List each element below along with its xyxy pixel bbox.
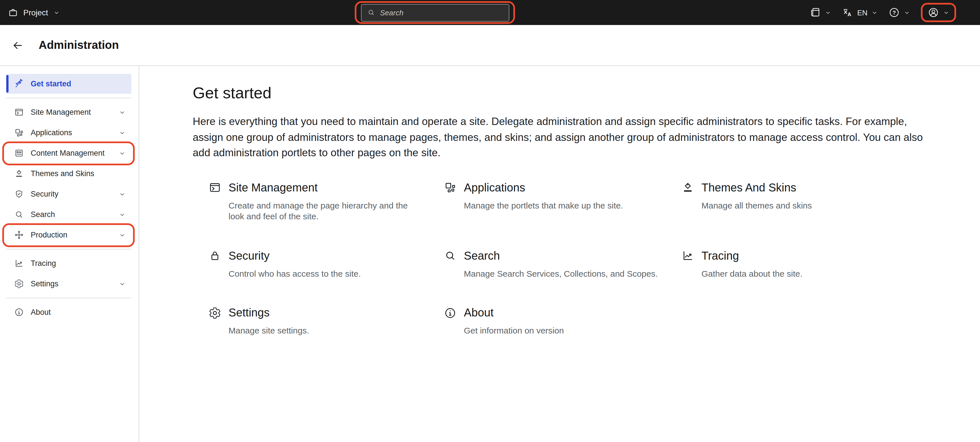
sidebar-item-label: Themes and Skins: [31, 169, 94, 178]
sidebar-item-content-management[interactable]: Content Management: [6, 143, 131, 163]
card-title: Themes And Skins: [702, 181, 796, 194]
sidebar-item-settings[interactable]: Settings: [6, 274, 131, 294]
language-menu[interactable]: EN: [842, 7, 878, 18]
chevron-down-icon: [53, 10, 59, 16]
tracing-icon: [682, 250, 694, 262]
card-header: Themes And Skins: [682, 181, 926, 194]
apps-icon: [444, 181, 457, 194]
apps-icon: [14, 128, 24, 137]
lock-icon: [208, 250, 221, 262]
search-icon: [444, 250, 457, 262]
sidebar-item-label: Content Management: [31, 149, 105, 157]
card-title: Search: [464, 249, 500, 262]
sidebar-item-security[interactable]: Security: [6, 184, 131, 204]
content-title: Get started: [193, 83, 957, 103]
sidebar-item-about[interactable]: About: [6, 302, 131, 322]
chevron-down-icon: [119, 129, 126, 136]
sidebar-divider: [6, 249, 131, 250]
sidebar-nav: Get startedSite ManagementApplicationsCo…: [0, 66, 139, 442]
sidebar-item-label: Applications: [31, 129, 72, 137]
gear-icon: [208, 307, 221, 319]
body-area: Get startedSite ManagementApplicationsCo…: [0, 66, 980, 442]
themes-icon: [682, 181, 694, 194]
search-input[interactable]: [380, 8, 503, 17]
card-header: Applications: [444, 181, 682, 194]
site-icon: [208, 181, 221, 194]
page-header: Administration: [0, 25, 980, 66]
card-description: Gather data about the site.: [702, 268, 897, 279]
page-title: Administration: [39, 39, 119, 52]
card-description: Manage all themes and skins: [702, 200, 897, 211]
chevron-down-icon: [119, 280, 126, 287]
search-box[interactable]: [361, 4, 509, 21]
sidebar-item-tracing[interactable]: Tracing: [6, 253, 131, 273]
annotation-highlight-user: [921, 3, 956, 22]
card-header: Tracing: [682, 249, 926, 262]
arrow-left-icon[interactable]: [12, 40, 23, 51]
stacked-pages-icon: [810, 7, 821, 18]
site-icon: [14, 107, 24, 117]
briefcase-icon: [8, 7, 18, 17]
app-window: Project EN: [0, 0, 980, 442]
sidebar-divider: [6, 298, 131, 298]
user-menu[interactable]: [928, 7, 949, 18]
card-applications[interactable]: ApplicationsManage the portlets that mak…: [444, 181, 682, 222]
tracing-icon: [14, 259, 24, 268]
chevron-down-icon: [119, 109, 126, 116]
search-icon: [367, 8, 375, 16]
card-title: Settings: [229, 306, 270, 319]
card-search[interactable]: SearchManage Search Services, Collection…: [444, 249, 682, 279]
sidebar-item-label: Security: [31, 190, 59, 198]
card-description: Control who has access to the site.: [229, 268, 425, 279]
card-header: About: [444, 306, 682, 319]
card-description: Get information on version: [464, 325, 660, 336]
card-settings[interactable]: SettingsManage site settings.: [208, 306, 444, 336]
sidebar-item-label: Get started: [31, 79, 72, 88]
chevron-down-icon: [119, 232, 126, 238]
card-themes-and-skins[interactable]: Themes And SkinsManage all themes and sk…: [682, 181, 926, 222]
card-site-management[interactable]: Site ManagementCreate and manage the pag…: [208, 181, 444, 222]
card-description: Manage the portlets that make up the sit…: [464, 200, 660, 211]
site-switcher-menu[interactable]: [810, 7, 831, 18]
card-title: Applications: [464, 181, 525, 194]
card-tracing[interactable]: TracingGather data about the site.: [682, 249, 926, 279]
topbar: Project EN: [0, 0, 980, 25]
chevron-down-icon: [119, 211, 126, 218]
sidebar-item-get-started[interactable]: Get started: [6, 74, 131, 94]
card-header: Search: [444, 249, 682, 262]
chevron-down-icon: [119, 191, 126, 197]
card-description: Manage site settings.: [229, 325, 425, 336]
cards-grid: Site ManagementCreate and manage the pag…: [193, 181, 957, 336]
sidebar-item-label: Tracing: [31, 259, 56, 267]
help-menu[interactable]: [888, 7, 910, 18]
sidebar-item-production[interactable]: Production: [6, 225, 131, 245]
card-header: Site Management: [208, 181, 444, 194]
card-description: Create and manage the page hierarchy and…: [229, 200, 425, 222]
question-circle-icon: [888, 7, 900, 18]
themes-icon: [14, 169, 24, 178]
project-menu[interactable]: Project: [8, 7, 59, 17]
sidebar-item-applications[interactable]: Applications: [6, 123, 131, 143]
topbar-actions: EN: [810, 3, 956, 22]
card-security[interactable]: SecurityControl who has access to the si…: [208, 249, 444, 279]
sidebar-item-label: Production: [31, 231, 67, 239]
sidebar-item-search[interactable]: Search: [6, 205, 131, 224]
chevron-down-icon: [904, 10, 910, 16]
project-label: Project: [23, 8, 48, 17]
info-icon: [14, 307, 24, 317]
rocket-icon: [14, 79, 24, 89]
sidebar-item-site-management[interactable]: Site Management: [6, 102, 131, 122]
sidebar-item-themes-and-skins[interactable]: Themes and Skins: [6, 164, 131, 183]
card-title: About: [464, 306, 494, 319]
chevron-down-icon: [825, 10, 831, 16]
person-circle-icon: [928, 7, 939, 18]
translate-icon: [842, 7, 853, 18]
search-icon: [14, 210, 24, 219]
card-about[interactable]: AboutGet information on version: [444, 306, 682, 336]
chevron-down-icon: [872, 10, 878, 16]
annotation-highlight-search: [355, 1, 515, 24]
chevron-down-icon: [943, 10, 949, 16]
gear-icon: [14, 279, 24, 289]
sidebar-item-label: About: [31, 308, 51, 316]
card-title: Site Management: [229, 181, 318, 194]
